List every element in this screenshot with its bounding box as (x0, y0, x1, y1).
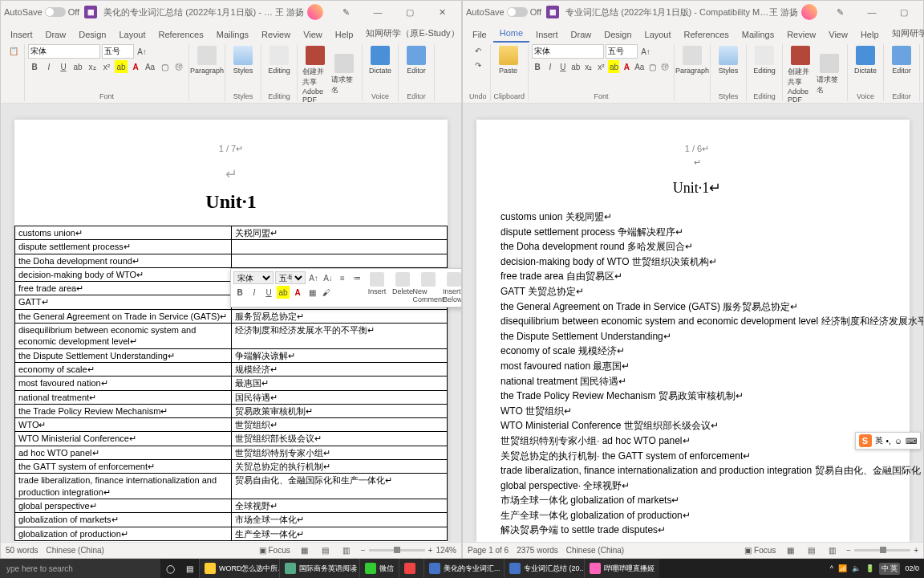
table-cell[interactable]: 市场全球一体化↵ (231, 513, 448, 527)
minimize-button[interactable]: — (362, 1, 394, 23)
tray-time[interactable]: 02/0 (905, 564, 919, 572)
list-item[interactable]: trade liberalization, finance internatio… (500, 463, 894, 478)
close-button[interactable]: ✕ (426, 1, 458, 23)
border-button[interactable]: ▢ (646, 60, 658, 73)
tab-references[interactable]: References (152, 26, 209, 43)
adobe-pdf-button[interactable]: 创建并共享 Adobe PDF (786, 44, 815, 104)
paragraph-button[interactable]: Paragraph (192, 44, 221, 76)
request-sign-button[interactable]: 请求签名 (815, 44, 844, 104)
table-cell[interactable]: 服务贸易总协定↵ (231, 309, 448, 323)
table-cell[interactable]: dispute settlement process↵ (15, 240, 232, 254)
document-area-right[interactable]: 1 / 6↵ ↵ Unit·1↵ customs union 关税同盟↵disp… (463, 104, 923, 542)
tab-draw[interactable]: Draw (39, 26, 73, 43)
table-cell[interactable]: 规模经济↵ (231, 362, 448, 376)
list-item[interactable]: 生产全球一体化 globalization of production↵ (500, 508, 894, 523)
zoom-control[interactable]: − + 124% (361, 546, 456, 555)
editing-button[interactable]: Editing (265, 44, 294, 76)
list-item[interactable]: 解决贸易争端 to settle trade disputes↵ (500, 523, 894, 538)
adobe-pdf-button[interactable]: 创建并共享 Adobe PDF (301, 44, 330, 104)
table-row[interactable]: the Trade Policy Review Mechanism↵贸易政策审核… (15, 404, 448, 417)
table-cell[interactable]: economy of scale↵ (15, 362, 232, 376)
autosave-switch[interactable] (507, 7, 528, 17)
table-cell[interactable]: 国民待遇↵ (231, 390, 448, 404)
document-area-left[interactable]: 1 / 7↵ ↵ Unit·1 customs union↵关税同盟↵dispu… (1, 104, 461, 542)
table-cell[interactable]: 全球视野↵ (231, 499, 448, 512)
tab-references[interactable]: References (678, 26, 736, 43)
zoom-out-icon[interactable]: − (846, 546, 851, 555)
table-row[interactable]: customs union↵关税同盟↵ (15, 226, 448, 240)
mini-shrink-icon[interactable]: A↓ (322, 271, 334, 284)
list-item[interactable]: the Doha development round 多哈发展回合↵ (500, 239, 894, 254)
tray-battery-icon[interactable]: 🔋 (865, 564, 874, 572)
bold-button[interactable]: B (28, 60, 41, 73)
task-item[interactable]: 国际商务英语阅读 (279, 559, 359, 578)
tray-wifi-icon[interactable]: 📶 (838, 564, 847, 572)
italic-button[interactable]: I (545, 60, 556, 73)
maximize-button[interactable]: ▢ (394, 1, 426, 23)
zoom-in-icon[interactable]: + (428, 546, 433, 555)
tab-view[interactable]: View (297, 26, 329, 43)
terms-list[interactable]: customs union 关税同盟↵dispute settlement pr… (500, 210, 894, 538)
editor-button[interactable]: Editor (887, 44, 916, 76)
list-item[interactable]: dispute settlement process 争端解决程序↵ (500, 225, 894, 240)
table-row[interactable]: the GATT system of enforcement↵关贸总协定的执行机… (15, 460, 448, 474)
ime-lang[interactable]: 英 (875, 435, 883, 446)
start-button[interactable]: ◯ (160, 559, 180, 578)
subscript-button[interactable]: x₂ (86, 60, 99, 73)
highlight-button[interactable]: ab (115, 60, 128, 73)
table-row[interactable]: trade liberalization, finance internatio… (15, 474, 448, 499)
list-item[interactable]: disequilibrium between economic system a… (500, 314, 894, 329)
table-row[interactable]: globalization of production↵生产全球一体化↵ (15, 527, 448, 540)
mini-numbering-icon[interactable]: ≔ (351, 271, 363, 284)
view-print-icon[interactable]: ▦ (298, 544, 311, 557)
tab-design[interactable]: Design (72, 26, 112, 43)
grow-font-icon[interactable]: A↑ (639, 45, 652, 58)
minimize-button[interactable]: — (856, 1, 888, 23)
mini-bold-button[interactable]: B (233, 286, 246, 299)
list-item[interactable]: the Dispute Settlement Understanding↵ (500, 329, 894, 344)
list-item[interactable]: 关贸总协定的执行机制· the GATT system of enforceme… (500, 449, 894, 464)
tab-mailings[interactable]: Mailings (210, 26, 255, 43)
mini-new-comment-button[interactable]: New Comment (416, 271, 440, 304)
tab-review[interactable]: Review (780, 26, 822, 43)
superscript-button[interactable]: x² (596, 60, 607, 73)
task-item[interactable]: 微信 (359, 559, 399, 578)
table-row[interactable]: global perspective↵全球视野↵ (15, 499, 448, 512)
superscript-button[interactable]: x² (100, 60, 113, 73)
font-color-button[interactable]: A (129, 60, 142, 73)
autosave-toggle[interactable]: AutoSave Off (4, 7, 79, 17)
table-row[interactable]: the Dispute Settlement Understanding↵争端解… (15, 348, 448, 362)
tab-insert[interactable]: Insert (529, 26, 565, 43)
zoom-in-icon[interactable]: + (914, 546, 918, 555)
list-item[interactable]: most favoured nation 最惠国↵ (500, 359, 894, 374)
table-cell[interactable]: 关税同盟↵ (231, 226, 448, 240)
page-status[interactable]: Page 1 of 6 (468, 546, 509, 555)
view-read-icon[interactable]: ▤ (804, 544, 817, 557)
table-cell[interactable]: the General Agreement on Trade in Servic… (15, 309, 232, 323)
table-cell[interactable]: 世贸组织特别专家小组↵ (231, 446, 448, 459)
list-item[interactable]: WTO Ministerial Conference 世贸组织部长级会议↵ (500, 418, 894, 434)
table-cell[interactable]: 经济制度和经济发展水平的不平衡↵ (231, 324, 448, 349)
highlight-button[interactable]: ab (608, 60, 619, 73)
table-cell[interactable]: ad hoc WTO panel↵ (15, 446, 232, 459)
subscript-button[interactable]: x₂ (583, 60, 594, 73)
task-view-icon[interactable]: ▤ (180, 559, 199, 578)
table-cell[interactable]: 生产全球一体化↵ (231, 527, 448, 540)
task-item[interactable]: 专业词汇总结 (20... (504, 559, 584, 578)
table-cell[interactable]: WTO↵ (15, 418, 232, 432)
table-cell[interactable]: the Dispute Settlement Understanding↵ (15, 348, 232, 362)
ruby-button[interactable]: Aa (144, 60, 156, 73)
styles-button[interactable]: Styles (714, 44, 743, 76)
maximize-button[interactable]: ▢ (888, 1, 920, 23)
mini-delete-button[interactable]: Delete (391, 271, 415, 296)
tab-design[interactable]: Design (598, 26, 638, 43)
mini-bullets-icon[interactable]: ≡ (336, 271, 349, 284)
strikethrough-button[interactable]: ab (570, 60, 582, 73)
taskbar-search[interactable]: ype here to search (0, 559, 160, 578)
font-name-select[interactable] (532, 44, 604, 59)
ime-punct-icon[interactable]: •, (886, 437, 891, 446)
table-row[interactable]: national treatment↵国民待遇↵ (15, 390, 448, 404)
tab-insert[interactable]: Insert (4, 26, 39, 43)
table-cell[interactable]: global perspective↵ (15, 499, 232, 512)
draw-icon[interactable]: ✎ (330, 1, 362, 23)
